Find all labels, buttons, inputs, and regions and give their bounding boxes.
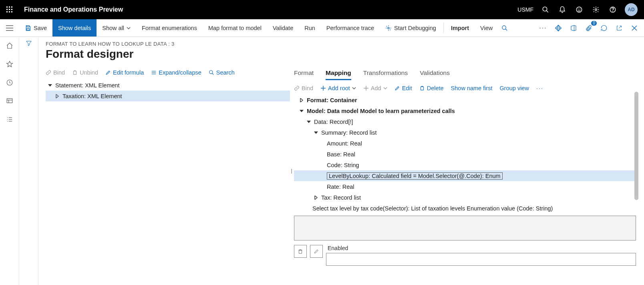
expand-icon[interactable] xyxy=(299,97,304,103)
mtree-description: Select tax level by tax code(Selector): … xyxy=(294,205,636,212)
edit-formula-sq-button[interactable] xyxy=(310,245,323,258)
collapse-icon[interactable] xyxy=(47,83,53,88)
collapse-icon[interactable] xyxy=(313,130,319,135)
unbind-button: Unbind xyxy=(72,69,98,76)
edit-button[interactable]: Edit xyxy=(394,85,412,91)
mtree-rate[interactable]: Rate: Real xyxy=(294,181,636,192)
save-button[interactable]: Save xyxy=(19,19,52,36)
splitter-handle[interactable]: || xyxy=(291,168,292,174)
svg-rect-20 xyxy=(27,28,29,30)
mtree-data[interactable]: Data: Record[!] xyxy=(294,116,636,127)
scrollbar[interactable] xyxy=(634,92,638,200)
mtree-format[interactable]: Format: Container xyxy=(294,95,636,105)
svg-rect-3 xyxy=(6,9,8,10)
svg-point-14 xyxy=(595,9,597,11)
delete-button[interactable]: Delete xyxy=(419,85,444,91)
group-view-button[interactable]: Group view xyxy=(500,85,529,91)
search-command-icon[interactable] xyxy=(498,19,511,36)
attachment-icon[interactable]: 0 xyxy=(583,22,594,34)
svg-point-39 xyxy=(209,71,213,74)
search-icon[interactable] xyxy=(541,5,550,14)
tab-mapping[interactable]: Mapping xyxy=(326,69,351,80)
smiley-icon[interactable] xyxy=(574,5,584,14)
entity-label[interactable]: USMF xyxy=(517,6,533,13)
start-debugging-button[interactable]: Start Debugging xyxy=(380,19,442,36)
svg-point-22 xyxy=(502,26,506,29)
tab-transformations[interactable]: Transformations xyxy=(363,69,408,80)
diamond-icon[interactable] xyxy=(553,22,564,34)
breadcrumb: FORMAT TO LEARN HOW TO LOOKUP LE DATA : … xyxy=(46,41,636,47)
svg-rect-0 xyxy=(6,6,8,8)
tree-row-statement[interactable]: Statement: XML Element xyxy=(46,80,290,91)
mtree-code[interactable]: Code: String xyxy=(294,160,636,170)
tab-format[interactable]: Format xyxy=(294,69,314,80)
validate-button[interactable]: Validate xyxy=(267,19,299,36)
gear-icon[interactable] xyxy=(591,5,601,14)
enabled-input[interactable] xyxy=(326,253,636,266)
tab-validations[interactable]: Validations xyxy=(420,69,450,80)
collapse-icon[interactable] xyxy=(306,119,312,125)
svg-point-12 xyxy=(578,9,578,9)
mtree-tax[interactable]: Tax: Record list xyxy=(294,192,636,203)
app-launcher-icon[interactable] xyxy=(3,3,16,16)
expand-icon[interactable] xyxy=(313,195,319,200)
home-icon[interactable] xyxy=(5,41,14,51)
page-title: Format designer xyxy=(46,48,636,61)
svg-point-9 xyxy=(543,7,547,11)
format-enumerations-button[interactable]: Format enumerations xyxy=(136,19,203,36)
svg-line-23 xyxy=(505,29,507,30)
svg-rect-27 xyxy=(7,99,12,103)
popout-icon[interactable] xyxy=(614,22,625,34)
run-button[interactable]: Run xyxy=(299,19,321,36)
add-root-button[interactable]: Add root xyxy=(320,85,356,91)
svg-line-40 xyxy=(212,73,214,75)
mtree-base[interactable]: Base: Real xyxy=(294,149,636,160)
office-icon[interactable] xyxy=(568,22,579,34)
star-icon[interactable] xyxy=(5,59,14,69)
bell-icon[interactable] xyxy=(557,5,567,14)
bind-button-right: Bind xyxy=(294,85,313,91)
svg-point-21 xyxy=(388,27,389,29)
close-icon[interactable] xyxy=(629,22,640,34)
help-icon[interactable] xyxy=(608,5,618,14)
view-button[interactable]: View xyxy=(475,19,498,36)
show-name-first-button[interactable]: Show name first xyxy=(451,85,493,91)
refresh-icon[interactable] xyxy=(598,22,610,34)
svg-line-10 xyxy=(546,10,548,12)
bind-button: Bind xyxy=(46,69,65,76)
search-button[interactable]: Search xyxy=(209,69,235,76)
mtree-levelbylookup[interactable]: LevelByLookup: Calculated field = Model.… xyxy=(294,170,636,181)
import-button[interactable]: Import xyxy=(445,19,475,36)
avatar[interactable]: AD xyxy=(625,3,638,16)
svg-rect-1 xyxy=(9,6,10,8)
show-all-button[interactable]: Show all xyxy=(97,19,136,36)
expand-icon[interactable] xyxy=(54,93,60,99)
more-icon[interactable]: ··· xyxy=(536,85,543,91)
show-details-button[interactable]: Show details xyxy=(52,19,97,36)
collapse-icon[interactable] xyxy=(299,108,304,114)
mtree-amount[interactable]: Amount: Real xyxy=(294,138,636,149)
expand-collapse-button[interactable]: Expand/collapse xyxy=(151,69,201,76)
svg-point-16 xyxy=(613,11,613,11)
map-format-button[interactable]: Map format to model xyxy=(203,19,267,36)
ellipsis-icon[interactable]: ··· xyxy=(537,22,549,34)
modules-icon[interactable] xyxy=(5,115,14,124)
hamburger-icon[interactable] xyxy=(0,19,19,36)
app-title: Finance and Operations Preview xyxy=(24,6,123,13)
save-label: Save xyxy=(34,25,47,31)
enabled-label: Enabled xyxy=(328,245,636,251)
workspace-icon[interactable] xyxy=(5,96,14,106)
attachment-count: 0 xyxy=(591,21,597,26)
formula-textarea[interactable] xyxy=(294,216,636,241)
tree-row-taxation[interactable]: Taxation: XML Element xyxy=(46,91,290,101)
clock-icon[interactable] xyxy=(5,78,14,87)
perf-trace-button[interactable]: Performance trace xyxy=(321,19,380,36)
add-button: Add xyxy=(363,85,387,91)
mtree-summary[interactable]: Summary: Record list xyxy=(294,127,636,138)
svg-rect-6 xyxy=(6,11,8,12)
svg-rect-4 xyxy=(9,9,10,10)
delete-formula-button[interactable] xyxy=(294,245,307,258)
filter-icon[interactable] xyxy=(26,40,32,285)
edit-formula-button[interactable]: Edit formula xyxy=(105,69,144,76)
mtree-model[interactable]: Model: Data model Model to learn paramet… xyxy=(294,105,636,116)
